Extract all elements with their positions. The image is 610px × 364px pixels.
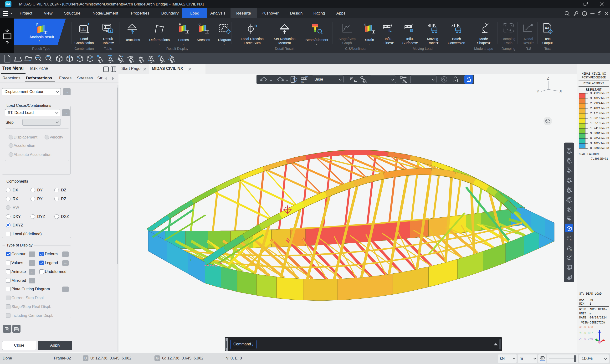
svg-text:LC: LC: [82, 27, 86, 31]
svg-text:σ: σ: [199, 22, 201, 26]
svg-text:IS: IS: [410, 29, 413, 32]
svg-text:ε: ε: [364, 22, 366, 26]
svg-text:T: T: [110, 29, 112, 33]
svg-text:F: F: [36, 22, 38, 26]
svg-text:?: ?: [584, 12, 585, 15]
svg-text:N: N: [570, 239, 572, 241]
svg-text:2: 2: [351, 77, 353, 80]
svg-text:F: F: [179, 22, 181, 26]
svg-text:Aa: Aa: [545, 26, 549, 30]
svg-text:IL: IL: [389, 29, 392, 32]
svg-text:Y: Y: [537, 89, 539, 94]
svg-text:X: X: [559, 89, 562, 93]
svg-text:Y: Y: [190, 258, 192, 262]
svg-text:N: N: [570, 249, 572, 251]
svg-text:Z: Z: [547, 76, 549, 80]
svg-text:X: X: [220, 261, 222, 265]
svg-text:IX: IX: [301, 80, 304, 83]
